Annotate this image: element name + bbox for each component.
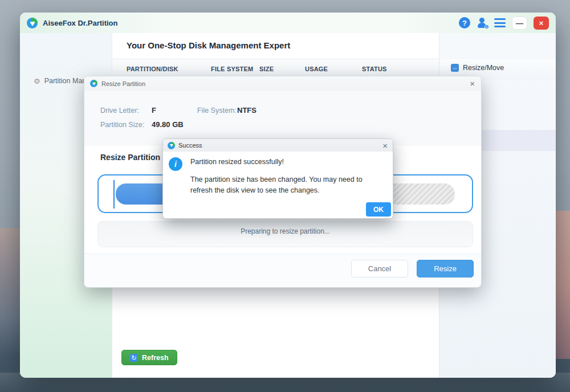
- partition-size-label: Partition Size:: [100, 121, 144, 129]
- col-size[interactable]: SIZE: [259, 66, 274, 72]
- success-dialog-close-icon[interactable]: ×: [381, 141, 389, 150]
- resize-move-icon: ↔: [451, 64, 459, 72]
- info-icon: i: [169, 157, 182, 171]
- progress-status-text: Preparing to resize partition...: [241, 227, 330, 235]
- col-file-system[interactable]: FILE SYSTEM: [211, 66, 253, 72]
- col-status[interactable]: STATUS: [362, 66, 387, 72]
- user-plus-badge: +: [484, 24, 489, 29]
- drive-letter-label: Drive Letter:: [100, 107, 139, 115]
- dialog-logo-icon: [90, 80, 97, 87]
- account-add-icon[interactable]: +: [477, 17, 488, 28]
- titlebar: AiseeFox Dr.Partition ? + — ×: [20, 13, 556, 33]
- slider-handle[interactable]: [113, 180, 115, 209]
- app-logo-icon: [27, 18, 38, 28]
- success-message-body: The partition size has been changed. You…: [190, 174, 385, 197]
- drive-letter-value: F: [152, 106, 156, 115]
- partition-info-section: Drive Letter: F File System: NTFS Partit…: [84, 91, 482, 146]
- refresh-button-label: Refresh: [142, 354, 169, 362]
- partition-size-value: 49.80 GB: [152, 120, 184, 129]
- cancel-button[interactable]: Cancel: [351, 260, 408, 277]
- success-dialog-titlebar: Success ×: [163, 139, 393, 152]
- gear-icon: ⚙: [34, 77, 40, 85]
- page-title: Your One-Stop Disk Management Expert: [127, 40, 290, 50]
- close-button[interactable]: ×: [534, 17, 549, 30]
- dialog-logo-icon: [168, 142, 175, 149]
- file-system-label: File System:: [197, 107, 237, 115]
- resize-button[interactable]: Resize: [417, 260, 474, 277]
- hamburger-menu-icon[interactable]: [494, 18, 506, 27]
- col-partition-disk[interactable]: PARTITION/DISK: [127, 66, 178, 72]
- resize-move-label: Resize/Move: [463, 64, 504, 72]
- success-message-title: Partition resized successfully!: [190, 158, 284, 166]
- dialog-footer: Cancel Resize: [84, 254, 482, 288]
- progress-status-box: Preparing to resize partition...: [97, 221, 473, 247]
- app-title: AiseeFox Dr.Partition: [43, 19, 117, 27]
- ok-button[interactable]: OK: [366, 202, 391, 217]
- refresh-icon: ↻: [130, 354, 138, 362]
- col-usage[interactable]: USAGE: [305, 66, 328, 72]
- help-icon[interactable]: ?: [459, 17, 470, 28]
- resize-dialog-title: Resize Partition: [101, 80, 145, 87]
- refresh-button[interactable]: ↻ Refresh: [121, 350, 177, 365]
- success-dialog-title: Success: [178, 142, 202, 149]
- success-dialog: Success × i Partition resized successful…: [162, 138, 393, 219]
- action-resize-move[interactable]: ↔ Resize/Move: [451, 64, 504, 72]
- resize-dialog-close-icon[interactable]: ×: [468, 79, 477, 88]
- minimize-button[interactable]: —: [512, 17, 527, 30]
- resize-dialog-titlebar: Resize Partition ×: [84, 76, 482, 91]
- user-head-icon: [479, 18, 484, 23]
- file-system-value: NTFS: [237, 106, 256, 115]
